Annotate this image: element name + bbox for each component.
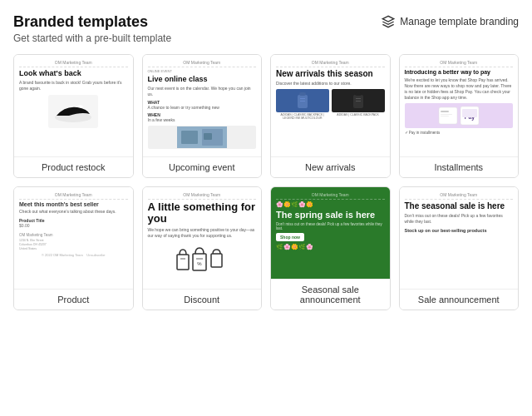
svg-rect-7 (300, 98, 305, 99)
card-label-seasonal-sale: Seasonal sale announcement (271, 279, 390, 310)
backpack-blue (276, 89, 329, 112)
card-label-sale-announcement: Sale announcement (400, 289, 519, 310)
page-header: Branded templates Get started with a pre… (13, 13, 519, 44)
template-card-upcoming-event[interactable]: OM Marketing Team ONLINE EVENT Live onli… (142, 54, 263, 178)
team-label: OM Marketing Team (19, 60, 128, 67)
discount-illustration: % (148, 242, 257, 271)
template-card-product[interactable]: OM Marketing Team Meet this month's best… (13, 186, 134, 310)
product-images: ADIDAS | CLASSIC BACKPACK | LEGEND INK M… (276, 89, 385, 120)
payment-image: Pay (405, 103, 514, 128)
svg-rect-20 (462, 109, 477, 117)
card-preview-product: OM Marketing Team Meet this month's best… (14, 187, 133, 289)
template-card-new-arrivals[interactable]: OM Marketing Team New arrivals this seas… (270, 54, 391, 178)
card-label-installments: Installments (400, 156, 519, 177)
branding-icon (382, 15, 395, 28)
svg-rect-11 (356, 98, 361, 99)
card-label-product: Product (14, 289, 133, 310)
card-preview-product-restock: OM Marketing Team Look what's back A bra… (14, 55, 133, 156)
card-preview-upcoming-event: OM Marketing Team ONLINE EVENT Live onli… (143, 55, 262, 156)
svg-rect-2 (181, 131, 198, 144)
template-card-installments[interactable]: OM Marketing Team Introducing a better w… (399, 54, 520, 178)
card-label-new-arrivals: New arrivals (271, 156, 390, 177)
template-card-seasonal-sale[interactable]: OM Marketing Team 🌸🌼🌿🌸🌼 The spring sale … (270, 186, 391, 310)
template-card-discount[interactable]: OM Marketing Team A little something for… (142, 186, 263, 310)
svg-text:%: % (197, 261, 202, 266)
template-grid: OM Marketing Team Look what's back A bra… (13, 54, 519, 310)
card-preview-discount: OM Marketing Team A little something for… (143, 187, 262, 289)
page: Branded templates Get started with a pre… (0, 0, 532, 416)
svg-rect-16 (441, 114, 452, 115)
card-label-discount: Discount (143, 289, 262, 310)
card-preview-sale-announcement: OM Marketing Team The seasonal sale is h… (400, 187, 519, 289)
header-left: Branded templates Get started with a pre… (13, 13, 171, 44)
template-card-product-restock[interactable]: OM Marketing Team Look what's back A bra… (13, 54, 134, 178)
svg-rect-26 (211, 254, 222, 267)
card-label-product-restock: Product restock (14, 156, 133, 177)
svg-rect-21 (177, 255, 189, 270)
manage-branding-button[interactable]: Manage template branding (382, 15, 519, 28)
card-label-upcoming-event: Upcoming event (143, 156, 262, 177)
svg-rect-4 (204, 133, 212, 140)
svg-rect-15 (441, 111, 449, 112)
product-image (48, 95, 98, 128)
backpack-black (332, 89, 385, 112)
card-preview-new-arrivals: OM Marketing Team New arrivals this seas… (271, 55, 390, 156)
invoice-section: OM Marketing Team 1234 N. Elm Street Col… (19, 233, 128, 250)
svg-rect-8 (300, 101, 305, 102)
svg-rect-12 (356, 101, 361, 102)
event-image (148, 126, 257, 149)
manage-branding-label: Manage template branding (400, 16, 519, 27)
svg-rect-6 (299, 92, 306, 96)
card-preview-installments: OM Marketing Team Introducing a better w… (400, 55, 519, 156)
shop-now-button[interactable]: Shop now (276, 233, 304, 241)
svg-rect-10 (355, 92, 362, 96)
template-card-sale-announcement[interactable]: OM Marketing Team The seasonal sale is h… (399, 186, 520, 310)
page-subtitle: Get started with a pre-built template (13, 32, 171, 44)
page-title: Branded templates (13, 13, 171, 31)
svg-rect-17 (441, 116, 449, 116)
card-preview-seasonal-sale: OM Marketing Team 🌸🌼🌿🌸🌼 The spring sale … (271, 187, 390, 279)
